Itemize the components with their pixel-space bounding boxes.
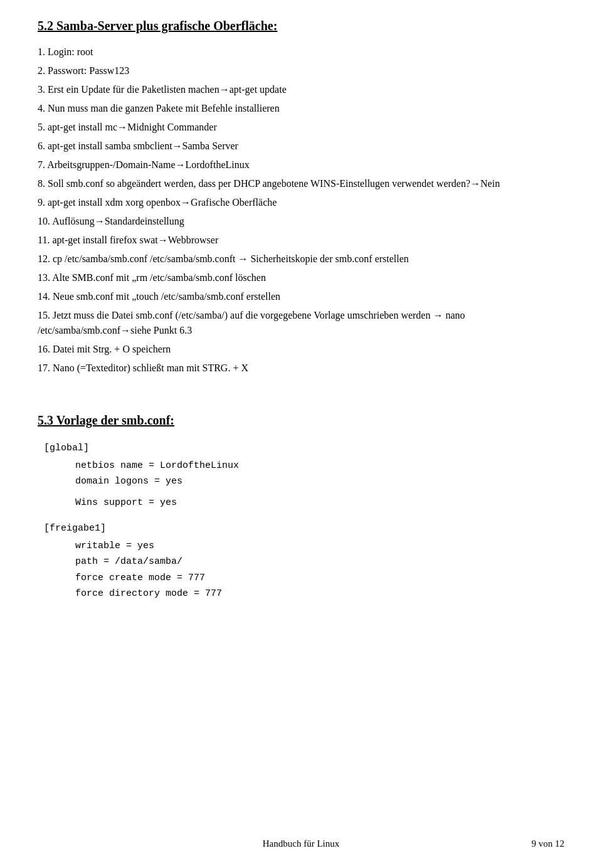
list-item: 3. Erst ein Update für die Paketlisten m… [38,82,564,97]
section2-title: 5.3 Vorlage der smb.conf: [38,413,564,428]
list-item: 8. Soll smb.conf so abgeändert werden, d… [38,176,564,191]
item-num: 10. [38,216,52,226]
section-title: 5.2 Samba-Server plus grafische Oberfläc… [38,19,564,33]
item-num: 14. [38,291,53,302]
item-num: 12. [38,253,53,264]
item-num: 6. [38,140,48,151]
freigabe-label: [freigabe1] [44,521,564,537]
freigabe-bracket-label: [freigabe1] [44,523,106,534]
config-block: [global] netbios name = LordoftheLinux d… [44,440,564,602]
config-line: path = /data/samba/ [75,554,564,570]
page-container: 5.2 Samba-Server plus grafische Oberfläc… [0,0,602,868]
config-line: netbios name = LordoftheLinux [75,458,564,474]
item-num: 17. [38,363,53,373]
item-text: apt-get install mc→Midnight Commander [48,122,217,132]
config-line: domain logons = yes [75,474,564,490]
item-text: Datei mit Strg. + O speichern [53,344,171,354]
item-text: Arbeitsgruppen-/Domain-Name→LordoftheLin… [47,159,250,170]
list-item: 12. cp /etc/samba/smb.conf /etc/samba/sm… [38,251,564,267]
config-line: Wins support = yes [75,495,564,511]
item-num: 3. [38,84,48,95]
global-lines: netbios name = LordoftheLinux domain log… [44,458,564,511]
list-item: 9. apt-get install xdm xorg openbox→Graf… [38,195,564,210]
item-text: Soll smb.conf so abgeändert werden, dass… [48,178,500,189]
item-text: Nun muss man die ganzen Pakete mit Befeh… [48,103,280,114]
item-num: 2. [38,65,48,76]
footer-center-text: Handbuch für Linux [38,839,564,849]
item-text: Alte SMB.conf mit „rm /etc/samba/smb.con… [52,272,266,283]
global-label: [global] [44,440,564,457]
item-num: 16. [38,344,53,354]
freigabe-lines: writable = yes path = /data/samba/ force… [44,538,564,602]
numbered-list: 1. Login: root 2. Passwort: Passw123 3. … [38,45,564,376]
item-text: Neue smb.conf mit „touch /etc/samba/smb.… [53,291,280,302]
item-text: Auflösung→Standardeinstellung [52,216,184,226]
item-text: Passwort: Passw123 [48,65,129,76]
item-text: apt-get install xdm xorg openbox→Grafisc… [48,197,277,208]
item-num: 5. [38,122,48,132]
item-num: 15. [38,310,53,320]
item-text: Login: root [48,46,93,57]
item-num: 1. [38,46,48,57]
item-text: Nano (=Texteditor) schließt man mit STRG… [53,363,248,373]
list-item: 15. Jetzt muss die Datei smb.conf (/etc/… [38,308,564,338]
section2: 5.3 Vorlage der smb.conf: [global] netbi… [38,413,564,602]
item-text: Jetzt muss die Datei smb.conf (/etc/samb… [38,310,465,336]
config-line: force create mode = 777 [75,570,564,586]
item-text: cp /etc/samba/smb.conf /etc/samba/smb.co… [53,253,409,264]
item-text: apt-get install samba smbclient→Samba Se… [48,140,238,151]
item-num: 4. [38,103,48,114]
global-bracket-label: [global] [44,443,89,453]
list-item: 5. apt-get install mc→Midnight Commander [38,120,564,135]
item-num: 7. [38,159,47,170]
list-item: 17. Nano (=Texteditor) schließt man mit … [38,361,564,376]
item-num: 9. [38,197,48,208]
footer: Handbuch für Linux 9 von 12 [0,839,602,849]
list-item: 11. apt-get install firefox swat→Webbrow… [38,233,564,248]
item-num: 8. [38,178,48,189]
config-line: force directory mode = 777 [75,586,564,602]
list-item: 1. Login: root [38,45,564,60]
item-num: 11. [38,235,52,245]
list-item: 16. Datei mit Strg. + O speichern [38,342,564,357]
list-item: 2. Passwort: Passw123 [38,63,564,78]
list-item: 7. Arbeitsgruppen-/Domain-Name→Lordofthe… [38,157,564,172]
footer-page-number: 9 von 12 [532,839,565,849]
list-item: 13. Alte SMB.conf mit „rm /etc/samba/smb… [38,270,564,285]
config-line: writable = yes [75,538,564,554]
list-item: 4. Nun muss man die ganzen Pakete mit Be… [38,101,564,116]
item-text: Erst ein Update für die Paketlisten mach… [48,84,287,95]
list-item: 6. apt-get install samba smbclient→Samba… [38,139,564,154]
item-num: 13. [38,272,52,283]
list-item: 10. Auflösung→Standardeinstellung [38,214,564,229]
item-text: apt-get install firefox swat→Webbrowser [52,235,218,245]
list-item: 14. Neue smb.conf mit „touch /etc/samba/… [38,289,564,304]
